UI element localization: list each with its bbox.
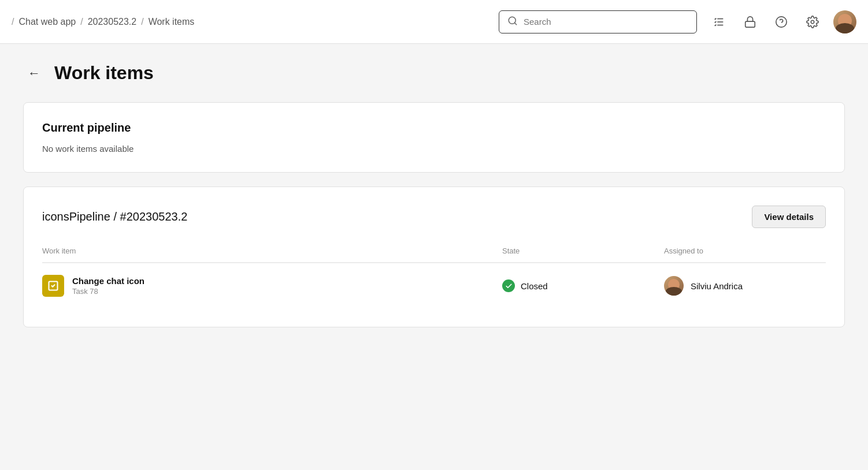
table-row: Change chat icon Task 78 Closed Silviu A… <box>42 263 826 308</box>
assignee-name: Silviu Andrica <box>691 281 743 291</box>
breadcrumb-work-items[interactable]: Work items <box>149 17 195 27</box>
breadcrumb-sep-2: / <box>141 17 143 27</box>
help-icon <box>775 16 788 28</box>
settings-icon <box>806 16 819 28</box>
breadcrumb-version[interactable]: 20230523.2 <box>88 17 137 27</box>
pipeline-name: iconsPipeline / #20230523.2 <box>42 210 187 223</box>
col-header-work-item: Work item <box>42 247 502 255</box>
current-pipeline-title: Current pipeline <box>42 121 826 135</box>
assignee-cell: Silviu Andrica <box>664 276 826 296</box>
current-pipeline-empty: No work items available <box>42 144 826 154</box>
help-icon-button[interactable] <box>771 12 792 32</box>
work-item-cell: Change chat icon Task 78 <box>42 275 502 297</box>
table-header: Work item State Assigned to <box>42 242 826 263</box>
current-pipeline-card: Current pipeline No work items available <box>23 102 845 173</box>
lock-icon-button[interactable] <box>740 12 761 32</box>
breadcrumb: / Chat web app / 20230523.2 / Work items <box>12 17 499 27</box>
search-input[interactable] <box>524 17 688 27</box>
work-item-info: Change chat icon Task 78 <box>72 276 144 296</box>
svg-rect-5 <box>745 21 755 27</box>
task-checkmark-icon <box>47 280 59 292</box>
back-button[interactable]: ← <box>23 64 45 83</box>
avatar[interactable] <box>833 10 856 33</box>
state-label: Closed <box>521 281 548 291</box>
header-actions <box>709 10 856 33</box>
col-header-assigned-to: Assigned to <box>664 247 826 255</box>
task-icon <box>42 275 64 297</box>
svg-point-6 <box>776 16 787 27</box>
svg-point-8 <box>811 20 814 24</box>
tasks-icon <box>713 16 725 28</box>
top-header: / Chat web app / 20230523.2 / Work items <box>0 0 868 44</box>
work-item-id: Task 78 <box>72 287 144 296</box>
lock-icon <box>744 16 756 28</box>
page-content: ← Work items Current pipeline No work it… <box>0 44 868 360</box>
settings-icon-button[interactable] <box>802 12 823 32</box>
svg-line-1 <box>514 23 516 24</box>
breadcrumb-sep-1: / <box>80 17 83 27</box>
icons-pipeline-card: iconsPipeline / #20230523.2 View details… <box>23 186 845 327</box>
state-cell: Closed <box>502 279 664 292</box>
breadcrumb-chat-web-app[interactable]: Chat web app <box>18 17 76 27</box>
col-header-state: State <box>502 247 664 255</box>
search-box[interactable] <box>499 10 697 33</box>
closed-badge-icon <box>502 279 515 292</box>
search-icon <box>507 16 518 28</box>
breadcrumb-sep-start: / <box>12 17 14 27</box>
pipeline-header: iconsPipeline / #20230523.2 View details <box>42 206 826 228</box>
work-item-name: Change chat icon <box>72 276 144 286</box>
tasks-icon-button[interactable] <box>709 12 729 32</box>
view-details-button[interactable]: View details <box>752 206 826 228</box>
page-header: ← Work items <box>23 62 845 84</box>
assignee-avatar <box>664 276 684 296</box>
page-title: Work items <box>54 62 154 84</box>
